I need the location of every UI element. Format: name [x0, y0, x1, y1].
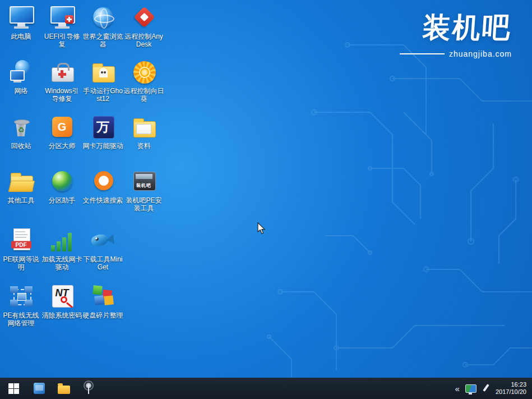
diskgenius-icon: G [49, 114, 76, 140]
desktop-icon-network[interactable]: 网络 [1, 57, 41, 112]
partition-assistant-icon [49, 169, 76, 195]
brand-subtitle: zhuangjiba.com [449, 49, 512, 58]
zhuangjiba-pe-installer-icon-glyph: 装机吧 [131, 182, 158, 188]
desktop-icon-label: 资料 [137, 142, 151, 150]
folder-icon [58, 386, 70, 394]
ghost12-icon [90, 59, 117, 85]
desktop-icon-anydesk-remote[interactable]: 远程控制AnyDesk [123, 3, 164, 57]
other-tools-icon [8, 169, 35, 195]
clock-date: 2017/10/20 [496, 388, 526, 396]
desktop-icon-label: 装机吧PE安装工具 [124, 196, 164, 212]
desktop-icon-label: 硬盘碎片整理 [83, 311, 123, 319]
brand-title: 装机吧 [399, 9, 514, 47]
taskbar: « 16:23 2017/10/20 [0, 378, 532, 399]
diskgenius-icon-glyph: G [49, 121, 76, 134]
desktop-icon-label: 分区助手 [49, 196, 76, 204]
desktop-icon-label: PE联网等说明 [1, 255, 41, 271]
desktop-icon-miniget-downloader[interactable]: 下载工具MiniGet [82, 226, 123, 282]
taskbar-clock[interactable]: 16:23 2017/10/20 [496, 381, 526, 396]
desktop-icon-pe-network-manager[interactable]: PE有线无线网络管理 [1, 282, 41, 339]
wireless-driver-loader-icon [49, 228, 76, 254]
clock-time: 16:23 [496, 381, 526, 388]
brand-rule [400, 53, 445, 54]
sunflower-remote-icon [131, 59, 158, 85]
desktop-icon-lan-driver-pack[interactable]: 万网卡万能驱动 [82, 112, 123, 167]
desktop-icon-label: 远程控制AnyDesk [124, 33, 164, 48]
windows-logo-icon [8, 383, 19, 394]
desktop-icon-label: UEFI引导修复 [42, 33, 82, 48]
desktop-icon-label: 世界之窗浏览器 [83, 33, 123, 48]
desktop-icon-partition-assistant[interactable]: 分区助手 [41, 167, 82, 226]
clear-password-icon: NT [49, 284, 76, 310]
desktop-icon-file-search[interactable]: 文件快速搜索 [82, 167, 123, 226]
mouse-cursor [257, 222, 266, 235]
desktop-icon-grid: 此电脑UEFI引导修复世界之窗浏览器远程控制AnyDesk网络Windows引导… [1, 3, 164, 339]
recycle-bin-icon-glyph: ♻ [8, 125, 35, 134]
desktop-icon-documents[interactable]: 资料 [123, 112, 164, 167]
stylus-tray-icon[interactable] [482, 383, 490, 393]
documents-icon [131, 114, 158, 140]
desktop-icon-label: 回收站 [11, 142, 31, 150]
desktop-icon-label: 文件快速搜索 [83, 196, 123, 204]
desktop-icon-this-pc[interactable]: 此电脑 [1, 3, 41, 57]
desktop-icon-label: Windows引导修复 [42, 87, 82, 103]
desktop-icon-recycle-bin[interactable]: ♻回收站 [1, 112, 41, 167]
desktop-icon-label: 清除系统密码 [42, 311, 82, 319]
start-button[interactable] [0, 378, 27, 399]
uefi-boot-repair-icon [49, 5, 76, 31]
world-window-browser-icon [90, 5, 117, 31]
desktop-icon-sunflower-remote[interactable]: 远程控制向日葵 [123, 57, 164, 112]
pe-network-manager-icon [8, 284, 35, 310]
desktop-icon-world-window-browser[interactable]: 世界之窗浏览器 [82, 3, 123, 57]
taskbar-network-tool-button[interactable] [76, 378, 101, 399]
zhuangjiba-pe-installer-icon: 装机吧 [131, 169, 158, 195]
disk-defrag-icon [90, 284, 117, 310]
desktop-icon-label: 远程控制向日葵 [124, 87, 164, 103]
windows-boot-repair-icon [49, 59, 76, 85]
desktop-icon-diskgenius[interactable]: G分区大师 [41, 112, 82, 167]
taskbar-file-explorer-button[interactable] [52, 378, 76, 399]
display-tray-icon[interactable] [465, 384, 477, 393]
pe-network-guide-icon: PDF [8, 228, 35, 254]
wireless-antenna-icon [82, 382, 95, 395]
desktop-icon-wireless-driver-loader[interactable]: 加载无线网卡驱动 [41, 226, 82, 282]
desktop-icon-pe-network-guide[interactable]: PDFPE联网等说明 [1, 226, 41, 282]
desktop-icon-label: 网卡万能驱动 [83, 142, 123, 150]
desktop-icon-windows-boot-repair[interactable]: Windows引导修复 [41, 57, 82, 112]
desktop-icon-label: PE有线无线网络管理 [1, 311, 41, 327]
desktop-icon-label: 手动运行Ghost12 [83, 87, 123, 103]
lan-driver-pack-icon: 万 [90, 114, 117, 140]
anydesk-remote-icon [131, 5, 158, 31]
desktop-icon-label: 此电脑 [11, 33, 31, 40]
desktop: 装机吧 zhuangjiba.com 此电脑UEFI引导修复世界之窗浏览器远程控… [0, 0, 532, 399]
tray-expand-chevron-icon[interactable]: « [455, 384, 460, 393]
desktop-icon-ghost12[interactable]: 手动运行Ghost12 [82, 57, 123, 112]
lan-driver-pack-icon-glyph: 万 [90, 118, 117, 135]
desktop-icon-label: 下载工具MiniGet [83, 255, 123, 271]
desktop-icon-label: 其他工具 [8, 196, 35, 204]
desktop-icon-disk-defrag[interactable]: 硬盘碎片整理 [82, 282, 123, 339]
desktop-icon-label: 网络 [15, 87, 28, 95]
this-pc-icon [8, 5, 35, 31]
desktop-icon-other-tools[interactable]: 其他工具 [1, 167, 41, 226]
file-search-icon [90, 169, 117, 195]
brand-logo: 装机吧 zhuangjiba.com [400, 9, 512, 58]
app-window-icon [34, 383, 45, 394]
desktop-icon-clear-password[interactable]: NT清除系统密码 [41, 282, 82, 339]
pe-network-guide-icon-glyph: PDF [11, 241, 31, 249]
miniget-downloader-icon [90, 228, 117, 254]
network-icon [8, 59, 35, 85]
desktop-icon-uefi-boot-repair[interactable]: UEFI引导修复 [41, 3, 82, 57]
desktop-icon-zhuangjiba-pe-installer[interactable]: 装机吧装机吧PE安装工具 [123, 167, 164, 226]
desktop-icon-label: 加载无线网卡驱动 [42, 255, 82, 271]
desktop-icon-label: 分区大师 [49, 142, 76, 150]
recycle-bin-icon: ♻ [8, 114, 35, 140]
taskbar-app-window-button[interactable] [27, 378, 52, 399]
